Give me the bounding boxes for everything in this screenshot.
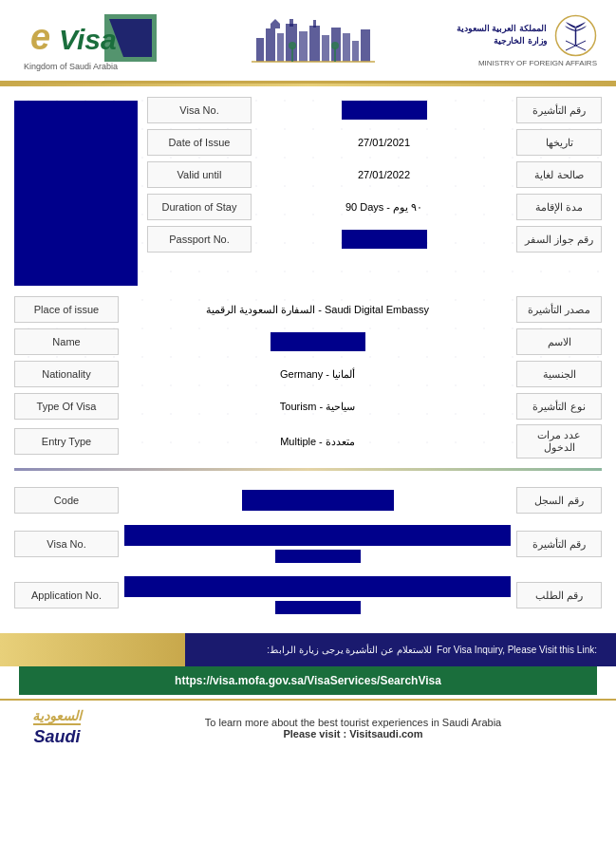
place-issue-label-en: Place of issue <box>14 296 119 323</box>
name-value <box>119 328 516 355</box>
fields-container: Visa No. رقم التأشيرة Date of Issue 27/0… <box>147 96 602 286</box>
visa-no-code-row: Visa No. رقم التأشيرة <box>14 521 602 567</box>
saudi-logo-en: Saudi <box>33 723 80 747</box>
visit-text-line1: To learn more about the best tourist exp… <box>109 717 597 728</box>
saudi-logo-ar: السعودية <box>32 708 82 723</box>
code-row: Code رقم السجل <box>14 485 602 515</box>
name-redacted <box>271 332 365 351</box>
passport-label-en: Passport No. <box>147 226 252 253</box>
entry-type-row: Entry Type Multiple - متعددة عدد مرات ال… <box>14 424 602 459</box>
visa-no-row: Visa No. رقم التأشيرة <box>147 96 602 124</box>
codes-section: Code رقم السجل Visa No. رقم التأشيرة App… <box>14 480 602 628</box>
footer: للاستعلام عن التأشيرة يرجى زيارة الرابط:… <box>0 633 616 755</box>
passport-redacted <box>342 230 427 249</box>
mofa-en-text: MINISTRY OF FOREIGN AFFAIRS <box>478 59 597 67</box>
visa-type-label-en: Type Of Visa <box>14 393 119 420</box>
duration-label-en: Duration of Stay <box>147 194 252 220</box>
passport-value <box>252 226 516 253</box>
svg-text:e: e <box>30 17 50 57</box>
name-label-en: Name <box>14 328 119 355</box>
place-issue-value: Saudi Digital Embassy - السفارة السعودية… <box>119 296 516 323</box>
svg-rect-51 <box>361 29 370 62</box>
visa-type-row: Type Of Visa Tourism - سياحية نوع التأشي… <box>14 392 602 421</box>
inquiry-bar: للاستعلام عن التأشيرة يرجى زيارة الرابط:… <box>0 633 616 666</box>
nationality-label-ar: الجنسية <box>516 361 602 387</box>
svg-rect-43 <box>289 19 293 27</box>
svg-rect-41 <box>277 33 284 62</box>
svg-point-56 <box>331 42 339 49</box>
saudi-logo: السعودية Saudi <box>19 708 95 747</box>
section-divider <box>14 468 602 471</box>
visit-text-area: To learn more about the best tourist exp… <box>109 717 597 739</box>
duration-value: 90 Days - ٩٠ يوم <box>252 194 516 220</box>
valid-until-label-en: Valid until <box>147 161 252 188</box>
passport-row: Passport No. رقم جواز السفر <box>147 225 602 253</box>
date-issue-value: 27/01/2021 <box>252 129 516 156</box>
place-of-issue-row: Place of issue Saudi Digital Embassy - ا… <box>14 295 602 324</box>
evisa-tagline: Kingdom of Saudi Arabia <box>24 62 118 71</box>
duration-row: Duration of Stay 90 Days - ٩٠ يوم مدة ال… <box>147 193 602 221</box>
place-issue-label-ar: مصدر التأشيرة <box>516 296 602 323</box>
code-redacted <box>242 490 394 511</box>
visa-no-label-en: Visa No. <box>147 97 252 123</box>
svg-rect-45 <box>309 26 320 62</box>
svg-rect-50 <box>352 41 359 62</box>
svg-rect-47 <box>322 35 329 62</box>
valid-until-row: Valid until 27/01/2022 صالحة لغاية <box>147 160 602 189</box>
footer-bottom: السعودية Saudi To learn more about the b… <box>0 699 616 755</box>
inquiry-label-ar-placeholder <box>19 645 133 655</box>
visa-no-code-label-en: Visa No. <box>14 531 119 557</box>
photo-placeholder <box>14 101 138 286</box>
page-wrapper: e Visa Kingdom of Saudi Arabia <box>0 0 616 861</box>
mofa-logo: المملكة العربية السعوديةوزارة الخارجية <box>457 14 597 57</box>
visit-link[interactable]: https://visa.mofa.gov.sa/VisaServices/Se… <box>175 674 441 687</box>
svg-point-54 <box>289 42 296 49</box>
document-section: Visa No. رقم التأشيرة Date of Issue 27/0… <box>14 86 602 295</box>
code-label-ar: رقم السجل <box>516 487 602 514</box>
visa-no-label-ar: رقم التأشيرة <box>516 97 602 123</box>
evisa-logo-area: e Visa Kingdom of Saudi Arabia <box>19 9 171 71</box>
code-value <box>119 486 516 515</box>
duration-label-ar: مدة الإقامة <box>516 194 602 220</box>
entry-type-label-ar: عدد مرات الدخول <box>516 424 602 459</box>
name-row: Name الاسم <box>14 328 602 356</box>
svg-rect-39 <box>266 28 275 62</box>
visa-type-value: Tourism - سياحية <box>119 393 516 420</box>
header: e Visa Kingdom of Saudi Arabia <box>0 0 616 84</box>
link-bar[interactable]: https://visa.mofa.gov.sa/VisaServices/Se… <box>19 666 597 695</box>
nationality-label-en: Nationality <box>14 361 119 387</box>
nationality-value: Germany - ألمانيا <box>119 361 516 387</box>
mofa-area: المملكة العربية السعوديةوزارة الخارجية M… <box>457 14 597 67</box>
mofa-emblem-icon <box>554 14 597 57</box>
evisa-graphic: e Visa <box>19 9 171 66</box>
date-issue-label-en: Date of Issue <box>147 129 252 156</box>
name-label-ar: الاسم <box>516 328 602 355</box>
date-issue-row: Date of Issue 27/01/2021 تاريخها <box>147 128 602 157</box>
entry-type-value: Multiple - متعددة <box>119 428 516 455</box>
visa-no-redacted <box>342 101 427 120</box>
valid-until-label-ar: صالحة لغاية <box>516 161 602 188</box>
visa-barcode-1 <box>124 525 511 546</box>
nationality-row: Nationality Germany - ألمانيا الجنسية <box>14 360 602 388</box>
svg-rect-49 <box>343 33 350 62</box>
svg-text:Visa: Visa <box>59 24 117 55</box>
app-barcode-1 <box>124 576 511 597</box>
visa-type-label-ar: نوع التأشيرة <box>516 393 602 420</box>
application-no-row: Application No. رقم الطلب <box>14 572 602 618</box>
code-label-en: Code <box>14 487 119 514</box>
visa-no-code-value <box>119 521 516 567</box>
mofa-ar-text: المملكة العربية السعوديةوزارة الخارجية <box>457 23 547 48</box>
visa-barcode-2 <box>275 550 361 563</box>
date-issue-label-ar: تاريخها <box>516 129 602 156</box>
main-content: Visa No. رقم التأشيرة Date of Issue 27/0… <box>0 86 616 628</box>
valid-until-value: 27/01/2022 <box>252 161 516 188</box>
svg-rect-46 <box>313 20 316 28</box>
svg-rect-44 <box>299 31 308 62</box>
visa-no-value <box>252 97 516 123</box>
application-no-label-ar: رقم الطلب <box>516 582 602 608</box>
inquiry-text-ar: للاستعلام عن التأشيرة يرجى زيارة الرابط: <box>133 645 432 655</box>
inquiry-text-en: For Visa Inquiry, Please Visit this Link… <box>437 645 597 655</box>
svg-marker-40 <box>271 19 280 28</box>
app-barcode-2 <box>275 601 361 614</box>
entry-type-label-en: Entry Type <box>14 428 119 455</box>
